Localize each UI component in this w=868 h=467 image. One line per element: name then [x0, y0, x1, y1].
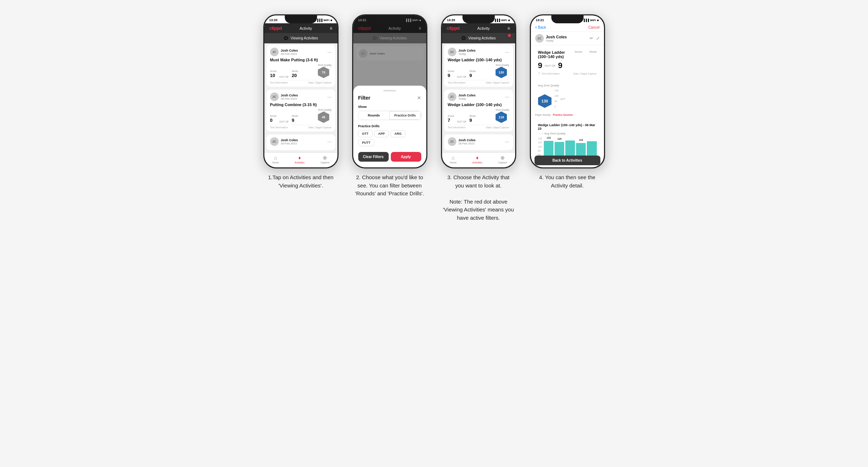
chart-y-100: 100: [555, 95, 559, 97]
modal-close-button[interactable]: ✕: [417, 95, 421, 101]
activity-card-3-3[interactable]: JC Josh Coles 28 Feb 2023 ···: [444, 134, 513, 150]
sq-badge-3-2: 118: [495, 111, 507, 123]
bar-label-1: 132: [547, 137, 551, 139]
session-card-4: Wedge Ladder (100–140 yds) - 06 Mar 23 →…: [534, 120, 600, 156]
avatar-3-2: JC: [448, 92, 456, 101]
nav-activities-3[interactable]: ♦ Activities: [473, 155, 483, 164]
nav-capture-1[interactable]: ⊕ Capture: [320, 155, 329, 164]
filter-icon-3: ⚙: [461, 35, 466, 42]
menu-icon-3[interactable]: ≡: [507, 26, 510, 31]
session-bar-1: 132: [544, 141, 553, 156]
card-user-3-3: JC Josh Coles 28 Feb 2023: [448, 137, 476, 146]
home-icon-1: ⌂: [274, 155, 277, 161]
cancel-button-4[interactable]: Cancel: [588, 25, 599, 29]
activity-card-1-2[interactable]: JC Josh Coles 28 Feb 2023 ··· Putting Co…: [267, 90, 335, 132]
chip-putt[interactable]: PUTT: [358, 139, 375, 146]
wifi-icon-4: WiFi: [590, 19, 596, 22]
score-label-3-2: Score: [448, 115, 454, 117]
caption-4: 4. You can then see the Activity detail.: [532, 173, 603, 190]
status-icons-1: ▐▐▐ WiFi ■: [316, 19, 332, 22]
more-dots-3-1[interactable]: ···: [505, 49, 509, 54]
stat-shots-1-2: Shots 9: [292, 115, 298, 123]
capture-icon-3: ⊕: [500, 155, 505, 161]
expand-icon-4[interactable]: ⤢: [596, 36, 600, 41]
back-button-4[interactable]: < Back: [535, 25, 546, 29]
practice-drills-toggle[interactable]: Practice Drills: [389, 111, 421, 120]
shots-label-3-1: Shots: [469, 70, 476, 72]
signal-icon: ▐▐▐: [316, 19, 322, 22]
apply-button[interactable]: Apply: [391, 152, 421, 162]
activity-card-3-2[interactable]: JC Josh Coles Today ··· Wedge Ladder (10…: [444, 90, 513, 132]
shots-label-4: Shots: [589, 50, 596, 53]
avatar-1-2: JC: [270, 92, 279, 101]
sy-140: 140: [538, 137, 542, 140]
activity-card-1-1[interactable]: JC Josh Coles 28 Feb 2023 ··· Must Make …: [267, 45, 335, 87]
chip-ott[interactable]: OTT: [358, 130, 373, 137]
more-dots-3-2[interactable]: ···: [505, 94, 509, 99]
activity-card-1-3[interactable]: JC Josh Coles 28 Feb 2023 ···: [267, 134, 335, 150]
stat-score-3-2: Score 7: [448, 115, 454, 123]
menu-icon-1[interactable]: ≡: [330, 26, 332, 31]
score-value-1-1: 10: [270, 73, 277, 78]
home-label-3: Home: [450, 161, 457, 164]
more-dots-3-3[interactable]: ···: [505, 139, 509, 144]
shots-label-3-2: Shots: [469, 115, 476, 117]
more-dots-1-3[interactable]: ···: [327, 139, 332, 144]
capture-icon-1: ⊕: [323, 155, 327, 161]
nav-home-3[interactable]: ⌂ Home: [450, 155, 457, 164]
nav-capture-3[interactable]: ⊕ Capture: [498, 155, 507, 164]
phone-2-screen: 13:21 ▐▐▐ WiFi ■ clippd Activity ≡ ⚙ V: [353, 15, 426, 167]
score-label-1-1: Score: [270, 70, 277, 72]
avatar-1-1: JC: [270, 48, 279, 56]
chip-arg[interactable]: ARG: [390, 130, 406, 137]
filter-modal-sheet: Filter ✕ Show Rounds Practice Drills Pra…: [353, 86, 426, 167]
activity-card-3-1[interactable]: JC Josh Coles Today ··· Wedge Ladder (10…: [444, 45, 513, 87]
sq-badge-1-2: 45: [318, 111, 329, 123]
nav-activities-1[interactable]: ♦ Activities: [295, 155, 305, 164]
scroll-content-3: JC Josh Coles Today ··· Wedge Ladder (10…: [442, 43, 515, 152]
out-of-3-2: OUT OF: [457, 120, 466, 123]
more-dots-1-2[interactable]: ···: [327, 94, 332, 99]
score-value-3-1: 9: [448, 73, 454, 78]
signal-icon-3: ▐▐▐: [494, 19, 500, 22]
phone-2-notch: [374, 15, 406, 23]
rounds-toggle[interactable]: Rounds: [359, 111, 389, 120]
stats-row-3-2: Score 7 OUT OF Shots 9 Shot Quality 118: [448, 109, 509, 123]
card-footer-1-2: Test Information Data: Clippd Capture: [270, 125, 332, 129]
card-title-3-1: Wedge Ladder (100–140 yds): [448, 58, 509, 62]
more-dots-1-1[interactable]: ···: [327, 49, 332, 54]
home-icon-3: ⌂: [452, 155, 455, 161]
stats-row-3-1: Score 9 OUT OF Shots 9 Shot Quality 130: [448, 64, 509, 78]
shots-value-1-2: 9: [292, 118, 298, 123]
clear-filters-button[interactable]: Clear Filters: [358, 152, 389, 162]
card-source-1-1: Data: Clippd Capture: [308, 81, 331, 84]
viewing-activities-bar-3[interactable]: ⚙ Viewing Activities: [442, 33, 515, 43]
card-header-3-2: JC Josh Coles Today ···: [448, 92, 509, 101]
battery-icon-4: ■: [597, 19, 599, 22]
viewing-activities-bar-1[interactable]: ⚙ Viewing Activities: [264, 33, 337, 43]
back-to-activities-button[interactable]: Back to Activities: [534, 156, 600, 165]
nav-home-1[interactable]: ⌂ Home: [272, 155, 279, 164]
session-bar-2: 129: [555, 142, 564, 156]
user-info-3-1: Josh Coles Today: [459, 49, 476, 56]
user-name-1-3: Josh Coles: [281, 138, 298, 142]
chip-app[interactable]: APP: [374, 130, 389, 137]
filter-actions: Clear Filters Apply: [358, 152, 421, 162]
modal-handle: [383, 90, 396, 91]
phone-1-notch: [285, 15, 317, 23]
chart-y-0: 0: [555, 105, 559, 108]
card-title-1-1: Must Make Putting (3-6 ft): [270, 58, 332, 62]
avatar-3-1: JC: [448, 48, 456, 56]
sq-label-3-1: Shot Quality: [495, 64, 509, 66]
user-date-3-1: Today: [459, 52, 476, 56]
caption-3: 3. Choose the Activity that you want to …: [443, 173, 514, 222]
detail-data-source-4: Data: Clippd Capture: [573, 72, 596, 75]
detail-chart-section-4: Avg Shot Quality 130 130 100 50 0: [534, 81, 600, 111]
user-date-3-3: 28 Feb 2023: [459, 142, 476, 145]
edit-icon-4[interactable]: ✏: [590, 36, 593, 41]
detail-score-header-4: Wedge Ladder (100–140 yds) Score Shots: [538, 50, 597, 59]
sq-label-1-2: Shot Quality: [318, 109, 331, 111]
session-bar-3: [565, 140, 575, 156]
card-header-3-3: JC Josh Coles 28 Feb 2023 ···: [448, 137, 509, 146]
detail-content-4: Wedge Ladder (100–140 yds) Score Shots 9…: [531, 45, 604, 156]
